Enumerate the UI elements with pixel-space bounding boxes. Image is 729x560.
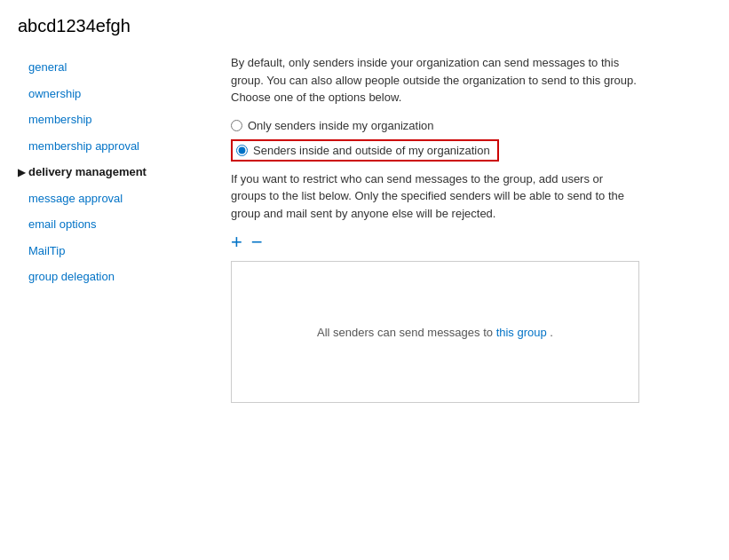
description-text: By default, only senders inside your org… — [231, 54, 639, 106]
sidebar-item-label: email options — [28, 216, 97, 233]
sidebar-item-membership-approval[interactable]: ▶membership approval — [18, 133, 213, 160]
sidebar-item-label: membership — [28, 111, 92, 129]
sidebar-item-label: ownership — [28, 85, 81, 103]
radio-option-both[interactable]: Senders inside and outside of my organiz… — [231, 139, 702, 162]
senders-box-text2: . — [550, 326, 553, 339]
sidebar-item-label: delivery management — [28, 163, 147, 181]
sidebar-item-delivery-management[interactable]: ▶delivery management — [18, 159, 213, 185]
sidebar: ▶general▶ownership▶membership▶membership… — [0, 45, 213, 421]
sidebar-item-label: group delegation — [28, 268, 115, 286]
page-title: abcd1234efgh — [0, 0, 729, 45]
sidebar-item-general[interactable]: ▶general — [18, 54, 213, 81]
sidebar-item-label: message approval — [28, 190, 123, 208]
sidebar-item-label: MailTip — [28, 242, 65, 260]
senders-box-text: All senders can send messages to this gr… — [317, 326, 553, 339]
remove-button[interactable]: − — [251, 233, 263, 252]
sidebar-item-group-delegation[interactable]: ▶group delegation — [18, 264, 213, 290]
sidebar-item-ownership[interactable]: ▶ownership — [18, 81, 213, 107]
sidebar-item-message-approval[interactable]: ▶message approval — [18, 185, 213, 212]
radio-both-highlighted: Senders inside and outside of my organiz… — [231, 139, 499, 162]
radio-inside-label: Only senders inside my organization — [248, 119, 434, 132]
sidebar-item-membership[interactable]: ▶membership — [18, 106, 213, 133]
toolbar: + − — [231, 233, 702, 252]
senders-box: All senders can send messages to this gr… — [231, 261, 639, 403]
sidebar-item-label: membership approval — [28, 138, 139, 155]
sidebar-item-label: general — [28, 59, 67, 76]
main-content: By default, only senders inside your org… — [213, 45, 729, 421]
radio-both-label: Senders inside and outside of my organiz… — [253, 144, 490, 157]
senders-box-text1: All senders can send messages to — [317, 326, 493, 339]
arrow-icon: ▶ — [18, 165, 25, 180]
radio-inside[interactable] — [231, 120, 242, 131]
radio-option-inside[interactable]: Only senders inside my organization — [231, 119, 702, 132]
senders-box-link[interactable]: this group — [496, 326, 547, 339]
add-button[interactable]: + — [231, 233, 242, 252]
sidebar-item-email-options[interactable]: ▶email options — [18, 211, 213, 238]
restrict-text: If you want to restrict who can send mes… — [231, 170, 639, 223]
sidebar-item-mailtip[interactable]: ▶MailTip — [18, 238, 213, 264]
radio-both[interactable] — [236, 145, 248, 156]
